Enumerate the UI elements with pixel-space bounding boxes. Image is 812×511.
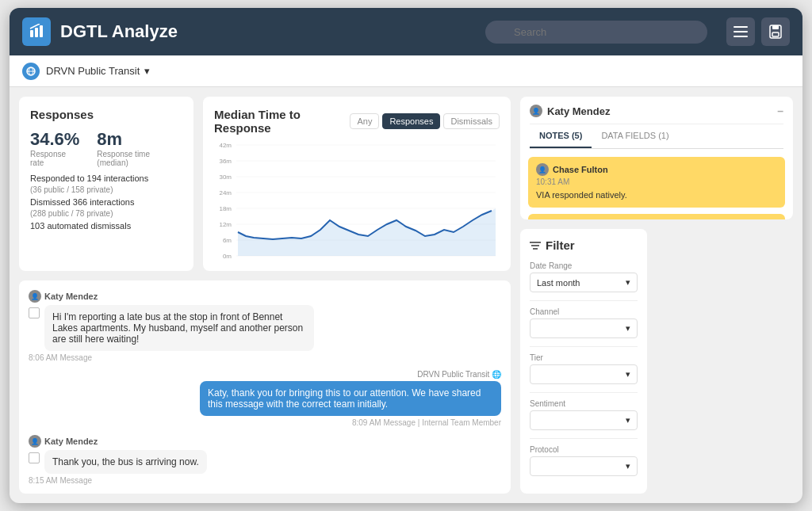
chat-panel: 👤 Katy Mendez Hi I'm reporting a late bu… [19, 280, 511, 494]
org-icon [22, 63, 40, 80]
filter-protocol: Protocol ▾ [530, 445, 638, 476]
message-wrap-2: Thank you, the bus is arriving now. [29, 450, 501, 474]
filter-date-label: Date Range [530, 261, 638, 270]
response-rate-metric: 34.6% Response rate [30, 129, 81, 167]
svg-rect-1 [35, 28, 38, 37]
stats-metrics: 34.6% Response rate 8m Response time (me… [30, 129, 182, 167]
notes-header: 👤 Katy Mendez – NOTES (5) DATA FIELDS (1… [520, 97, 793, 149]
header-actions [726, 17, 790, 46]
svg-rect-7 [772, 25, 779, 29]
message-time: 8:06 AM Message [29, 353, 501, 362]
org-name: DRVN Public Transit [46, 65, 140, 77]
chart-area: 42m 36m 30m 24m 18m 12m 6m 0m [214, 141, 500, 260]
org-selector[interactable]: DRVN Public Transit ▾ [46, 65, 150, 77]
note-time: 10:31 AM [536, 177, 777, 186]
notes-menu-icon[interactable]: – [777, 105, 783, 117]
chart-title: Median Time to Response [214, 108, 350, 135]
response-sender: DRVN Public Transit 🌐 [417, 370, 501, 379]
message-bubble-2: Thank you, the bus is arriving now. [44, 450, 207, 474]
filter-sentiment-select[interactable]: ▾ [530, 410, 638, 430]
svg-text:36m: 36m [219, 158, 232, 165]
filter-channel-label: Channel [530, 307, 638, 316]
filter-date-range: Date Range Last month ▾ [530, 261, 638, 292]
svg-text:12m: 12m [219, 221, 232, 228]
chevron-down-icon: ▾ [626, 323, 630, 334]
person-name: Katy Mendez [547, 105, 610, 117]
filter-divider [530, 346, 638, 347]
chevron-down-icon: ▾ [626, 461, 630, 471]
chat-messages: 👤 Katy Mendez Hi I'm reporting a late bu… [19, 280, 511, 494]
response-bubble: Katy, thank you for bringing this to our… [200, 381, 501, 416]
note-author-avatar: 👤 [536, 163, 549, 176]
app-logo [22, 17, 51, 46]
filter-heading: Filter [546, 238, 575, 252]
message-sender-2: 👤 Katy Mendez [29, 435, 501, 448]
chart-tabs: Any Responses Dismissals [350, 113, 500, 129]
svg-rect-2 [40, 25, 43, 37]
filter-divider [530, 392, 638, 393]
filter-panel: Filter Date Range Last month ▾ Channel ▾ [520, 229, 647, 494]
left-panel: Responses 34.6% Response rate 8m Respons… [19, 97, 511, 494]
person-avatar: 👤 [530, 105, 542, 117]
save-button[interactable] [761, 17, 790, 46]
search-wrap: 🔍 [485, 21, 707, 44]
right-area: 👤 Katy Mendez – NOTES (5) DATA FIELDS (1… [520, 97, 793, 494]
note-author: 👤 Chase Fulton [536, 163, 777, 176]
list-item: 👤 Chase Fulton 10:31 AM VIA responded na… [528, 157, 785, 208]
message-sender: 👤 Katy Mendez [29, 290, 501, 303]
svg-rect-8 [772, 32, 779, 36]
filter-protocol-select[interactable]: ▾ [530, 456, 638, 476]
stat-responded: Responded to 194 interactions [30, 174, 182, 183]
app-title: DGTL Analyze [60, 21, 476, 42]
response-rate-value: 34.6% [30, 129, 81, 150]
tab-responses[interactable]: Responses [382, 113, 440, 129]
svg-text:18m: 18m [219, 205, 232, 212]
list-item: 👤 Emma Varda Tue 2:57 PM SPS already req… [528, 214, 785, 219]
message-checkbox-2[interactable] [29, 452, 40, 463]
user-avatar: 👤 [29, 290, 41, 303]
org-icon-small: 🌐 [492, 370, 501, 379]
filter-date-select[interactable]: Last month ▾ [530, 273, 638, 292]
svg-rect-3 [733, 26, 748, 28]
filter-tier-select[interactable]: ▾ [530, 364, 638, 384]
notes-list: 👤 Chase Fulton 10:31 AM VIA responded na… [520, 149, 793, 219]
chart-header: Median Time to Response Any Responses Di… [214, 108, 500, 135]
filter-tier-label: Tier [530, 353, 638, 362]
responses-title: Responses [30, 108, 182, 121]
stats-row: Responses 34.6% Response rate 8m Respons… [19, 97, 511, 271]
stat-responded-sub: (36 public / 158 private) [30, 185, 182, 194]
stat-automated: 103 automated dismissals [30, 221, 182, 231]
tab-dismissals[interactable]: Dismissals [443, 113, 500, 129]
filter-divider [530, 438, 638, 439]
sub-header: DRVN Public Transit ▾ [10, 55, 802, 87]
filter-channel: Channel ▾ [530, 307, 638, 338]
sender-name-2: Katy Mendez [44, 437, 98, 446]
org-sender-name: DRVN Public Transit [417, 370, 489, 379]
list-view-button[interactable] [726, 17, 755, 46]
filter-title: Filter [530, 238, 638, 252]
svg-text:0m: 0m [223, 253, 232, 260]
notes-tabs: NOTES (5) DATA FIELDS (1) [530, 124, 783, 149]
stat-dismissed: Dismissed 366 interactions [30, 197, 182, 207]
list-item: 👤 Katy Mendez Hi I'm reporting a late bu… [29, 290, 501, 362]
chevron-down-icon: ▾ [626, 415, 630, 425]
filter-channel-select[interactable]: ▾ [530, 318, 638, 338]
chart-card: Median Time to Response Any Responses Di… [203, 97, 511, 271]
message-time-2: 8:15 AM Message [29, 476, 501, 485]
search-input[interactable] [485, 21, 707, 44]
message-wrap: Hi I'm reporting a late bus at the stop … [29, 305, 501, 351]
response-time-label: Response time (median) [97, 150, 182, 167]
note-author-name: Chase Fulton [553, 165, 608, 174]
message-checkbox[interactable] [29, 307, 40, 318]
tab-notes[interactable]: NOTES (5) [530, 124, 592, 148]
response-time-value: 8m [97, 129, 182, 150]
app-screen: DGTL Analyze 🔍 [10, 8, 802, 503]
notes-person: 👤 Katy Mendez – [530, 105, 783, 124]
chevron-down-icon: ▾ [626, 277, 630, 288]
filter-sentiment: Sentiment ▾ [530, 399, 638, 430]
notes-panel: 👤 Katy Mendez – NOTES (5) DATA FIELDS (1… [520, 97, 793, 219]
stat-dismissed-sub: (288 public / 78 private) [30, 209, 182, 218]
tab-data-fields[interactable]: DATA FIELDS (1) [592, 124, 678, 148]
tab-any[interactable]: Any [350, 113, 379, 129]
filter-protocol-label: Protocol [530, 445, 638, 454]
